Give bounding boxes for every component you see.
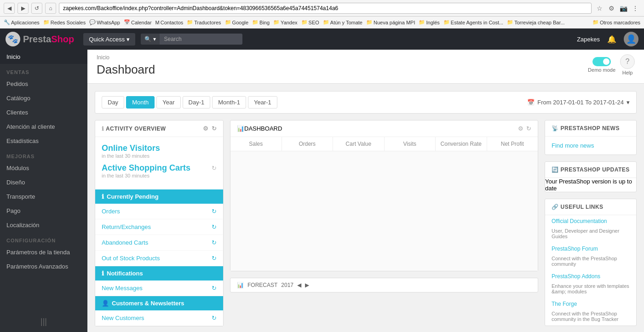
customers-refresh-icon[interactable]: ↻ [212, 315, 217, 321]
bookmark-google[interactable]: 📁 Google [225, 19, 248, 25]
nav-back-button[interactable]: ◀ [4, 3, 15, 14]
link-forge-desc: Connect with the PrestaShop community in… [545, 310, 636, 326]
avatar[interactable]: 👤 [624, 32, 638, 46]
filter-day-1-button[interactable]: Day-1 [183, 96, 211, 109]
useful-links-icon: 🔗 [552, 204, 559, 210]
right-panel: 📡 PRESTASHOP NEWS Find more news 🔄 PREST… [545, 120, 637, 332]
bookmark-otros[interactable]: 📁 Otros marcadores [592, 19, 640, 25]
find-more-news-link[interactable]: Find more news [545, 137, 636, 155]
sidebar-item-parametros-avanzados[interactable]: Parámetros Avanzados [0, 259, 87, 274]
bookmarks-bar: 🔧 Aplicaciones 📁 Redes Sociales 💬 WhatsA… [0, 17, 644, 29]
extensions-icon[interactable]: ⚙ [606, 3, 616, 13]
forecast-bar: 📊 FORECAST 2017 ◀ ▶ [230, 278, 538, 292]
sidebar-section-ventas: VENTAS [0, 64, 87, 77]
returns-refresh-icon[interactable]: ↻ [212, 223, 217, 230]
date-range-picker[interactable]: 📅 From 2017-01-01 To 2017-01-24 ▾ [527, 99, 630, 106]
page-header-actions: Demo mode ? Help [588, 54, 635, 75]
pending-returns-item[interactable]: Return/Exchanges ↻ [95, 219, 223, 235]
news-header: 📡 PRESTASHOP NEWS [545, 120, 636, 137]
sidebar-item-parametros-tienda[interactable]: Parámetros de la tienda [0, 245, 87, 259]
sidebar-item-pago[interactable]: Pago [0, 204, 87, 218]
orders-refresh-icon[interactable]: ↻ [212, 208, 217, 215]
bookmark-icon[interactable]: ☆ [594, 3, 604, 13]
nav-refresh-button[interactable]: ↺ [31, 3, 42, 14]
sidebar-item-modulos[interactable]: Módulos [0, 161, 87, 175]
useful-links-title: USEFUL LINKS [561, 204, 604, 210]
bookmark-torrevieja[interactable]: 📁 Torrevieja cheap Bar... [507, 19, 564, 25]
link-official-docs[interactable]: Official Documentation [545, 215, 636, 227]
filter-year-button[interactable]: Year [156, 96, 180, 109]
sidebar-item-inicio[interactable]: Inicio [0, 50, 87, 64]
bookmark-atun[interactable]: 📁 Atún y Tomate [323, 19, 362, 25]
bookmark-ingles[interactable]: 📁 Inglés [419, 19, 439, 25]
forecast-next-icon[interactable]: ▶ [305, 282, 309, 288]
url-bar[interactable] [59, 3, 592, 14]
pending-stock-item[interactable]: Out of Stock Products ↻ [95, 251, 223, 266]
new-messages-item[interactable]: New Messages ↻ [95, 280, 223, 296]
filter-month-1-button[interactable]: Month-1 [212, 96, 246, 109]
bookmark-mpi[interactable]: 📁 Nueva página MPI [366, 19, 415, 25]
chart-col-orders: Orders [282, 137, 334, 151]
middle-panel: 📊 DASHBOARD ⚙ ↻ Sales Orders Cart V [230, 120, 538, 332]
search-dropdown-button[interactable]: 🔍 ▾ [141, 34, 159, 45]
chart-gear-icon[interactable]: ⚙ [518, 125, 523, 132]
help-button[interactable]: ? Help [620, 54, 635, 75]
bookmark-whatsapp[interactable]: 💬 WhatsApp [89, 19, 120, 25]
breadcrumb: Inicio [97, 54, 155, 61]
bookmark-calendar[interactable]: 📅 Calendar [124, 19, 152, 25]
filter-month-button[interactable]: Month [126, 96, 155, 109]
link-forum[interactable]: PrestaShop Forum [545, 243, 636, 255]
bookmark-contactos[interactable]: M Contactos [155, 20, 184, 25]
new-customers-item[interactable]: New Customers ↻ [95, 310, 223, 326]
new-customers-label: New Customers [102, 315, 144, 321]
stock-refresh-icon[interactable]: ↻ [212, 255, 217, 262]
demo-mode-switch[interactable] [592, 57, 611, 66]
filter-year-1-button[interactable]: Year-1 [248, 96, 277, 109]
chart-col-visits: Visits [385, 137, 436, 151]
carts-refresh-icon[interactable]: ↻ [212, 239, 217, 246]
forecast-prev-icon[interactable]: ◀ [297, 282, 301, 288]
nav-home-button[interactable]: ⌂ [45, 3, 56, 14]
sidebar-item-diseno[interactable]: Diseño [0, 175, 87, 189]
menu-icon[interactable]: ⋮ [630, 3, 640, 13]
news-title: PRESTASHOP NEWS [561, 125, 620, 132]
active-carts-refresh-icon[interactable]: ↻ [212, 165, 217, 172]
bookmark-estate[interactable]: 📁 Estate Agents in Cost... [443, 19, 503, 25]
bookmark-traductores[interactable]: 📁 Traductores [187, 19, 221, 25]
content-area: Inicio Dashboard Demo mode ? Help [87, 50, 644, 332]
chart-col-profit: Net Profit [487, 137, 538, 151]
logo-text: PrestaShop [23, 34, 74, 45]
gear-icon[interactable]: ⚙ [203, 125, 209, 132]
search-input[interactable] [160, 34, 242, 45]
bookmark-seo[interactable]: 📁 SEO [301, 19, 319, 25]
useful-links-header: 🔗 USEFUL LINKS [545, 199, 636, 215]
screenshot-icon[interactable]: 📷 [618, 3, 628, 13]
sidebar-item-estadisticas[interactable]: Estadísticas [0, 134, 87, 148]
pending-orders-item[interactable]: Orders ↻ [95, 204, 223, 219]
news-icon: 📡 [552, 125, 559, 132]
filter-day-button[interactable]: Day [102, 96, 124, 109]
messages-refresh-icon[interactable]: ↻ [212, 285, 217, 292]
bookmark-redes[interactable]: 📁 Redes Sociales [43, 19, 86, 25]
nav-forward-button[interactable]: ▶ [17, 3, 29, 14]
bookmark-yandex[interactable]: 📁 Yandex [273, 19, 298, 25]
sidebar-item-pedidos[interactable]: Pedidos [0, 77, 87, 91]
help-circle-icon: ? [620, 54, 635, 69]
sidebar-item-transporte[interactable]: Transporte [0, 189, 87, 204]
quick-access-button[interactable]: Quick Access ▾ [83, 33, 135, 46]
sidebar-item-clientes[interactable]: Clientes [0, 105, 87, 120]
sidebar-item-localizacion[interactable]: Localización [0, 218, 87, 232]
bell-icon[interactable]: 🔔 [607, 35, 616, 44]
link-addons[interactable]: PrestaShop Addons [545, 270, 636, 282]
pending-carts-item[interactable]: Abandoned Carts ↻ [95, 235, 223, 251]
chart-refresh-icon[interactable]: ↻ [526, 125, 531, 132]
bookmark-apps[interactable]: 🔧 Aplicaciones [4, 19, 40, 25]
sidebar-toggle-icon[interactable]: ||| [40, 317, 47, 326]
refresh-icon[interactable]: ↻ [212, 125, 217, 132]
link-forge[interactable]: The Forge [545, 298, 636, 310]
online-visitors-title: Online Visitors [102, 143, 217, 153]
bookmark-bing[interactable]: 📁 Bing [252, 19, 270, 25]
demo-mode-toggle[interactable]: Demo mode [588, 57, 615, 73]
sidebar-item-atencion[interactable]: Atención al cliente [0, 120, 87, 134]
sidebar-item-catalogo[interactable]: Catálogo [0, 91, 87, 105]
